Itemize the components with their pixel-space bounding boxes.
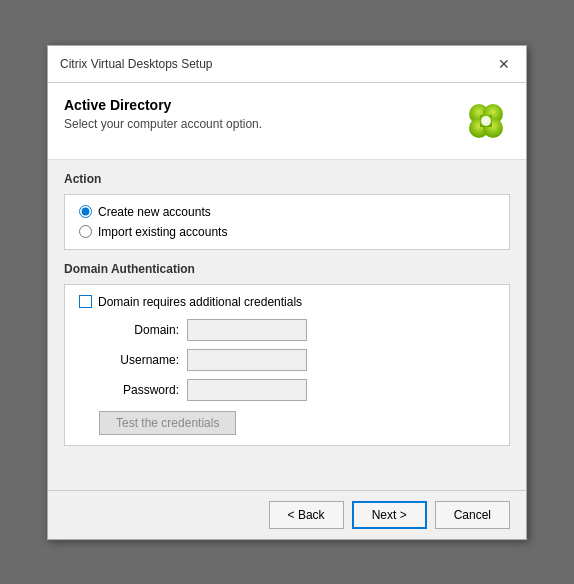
- import-accounts-radio[interactable]: [79, 225, 92, 238]
- content: Action Create new accounts Import existi…: [48, 160, 526, 490]
- domain-field-label: Domain:: [99, 323, 179, 337]
- test-credentials-button[interactable]: Test the credentials: [99, 411, 236, 435]
- next-button[interactable]: Next >: [352, 501, 427, 529]
- domain-credentials-checkbox[interactable]: [79, 295, 92, 308]
- radio-group: Create new accounts Import existing acco…: [79, 205, 495, 239]
- import-accounts-option[interactable]: Import existing accounts: [79, 225, 495, 239]
- action-section-label: Action: [64, 172, 510, 186]
- username-field-label: Username:: [99, 353, 179, 367]
- domain-input[interactable]: [187, 319, 307, 341]
- password-field-label: Password:: [99, 383, 179, 397]
- username-field-row: Username:: [79, 349, 495, 371]
- domain-auth-label: Domain Authentication: [64, 262, 510, 276]
- footer: < Back Next > Cancel: [48, 490, 526, 539]
- test-btn-row: Test the credentials: [79, 411, 495, 435]
- svg-point-5: [481, 116, 491, 126]
- spacer: [64, 458, 510, 478]
- page-subtitle: Select your computer account option.: [64, 117, 262, 131]
- citrix-logo-icon: [462, 97, 510, 145]
- create-accounts-radio[interactable]: [79, 205, 92, 218]
- import-accounts-label: Import existing accounts: [98, 225, 227, 239]
- username-input[interactable]: [187, 349, 307, 371]
- header-text: Active Directory Select your computer ac…: [64, 97, 262, 131]
- header-section: Active Directory Select your computer ac…: [48, 83, 526, 160]
- action-section: Create new accounts Import existing acco…: [64, 194, 510, 250]
- password-field-row: Password:: [79, 379, 495, 401]
- create-accounts-option[interactable]: Create new accounts: [79, 205, 495, 219]
- domain-credentials-checkbox-item[interactable]: Domain requires additional credentials: [79, 295, 495, 309]
- dialog: Citrix Virtual Desktops Setup ✕ Active D…: [47, 45, 527, 540]
- title-bar: Citrix Virtual Desktops Setup ✕: [48, 46, 526, 83]
- close-button[interactable]: ✕: [494, 54, 514, 74]
- create-accounts-label: Create new accounts: [98, 205, 211, 219]
- page-title: Active Directory: [64, 97, 262, 113]
- domain-auth-section: Domain requires additional credentials D…: [64, 284, 510, 446]
- dialog-title: Citrix Virtual Desktops Setup: [60, 57, 213, 71]
- cancel-button[interactable]: Cancel: [435, 501, 510, 529]
- password-input[interactable]: [187, 379, 307, 401]
- back-button[interactable]: < Back: [269, 501, 344, 529]
- domain-field-row: Domain:: [79, 319, 495, 341]
- domain-credentials-label: Domain requires additional credentials: [98, 295, 302, 309]
